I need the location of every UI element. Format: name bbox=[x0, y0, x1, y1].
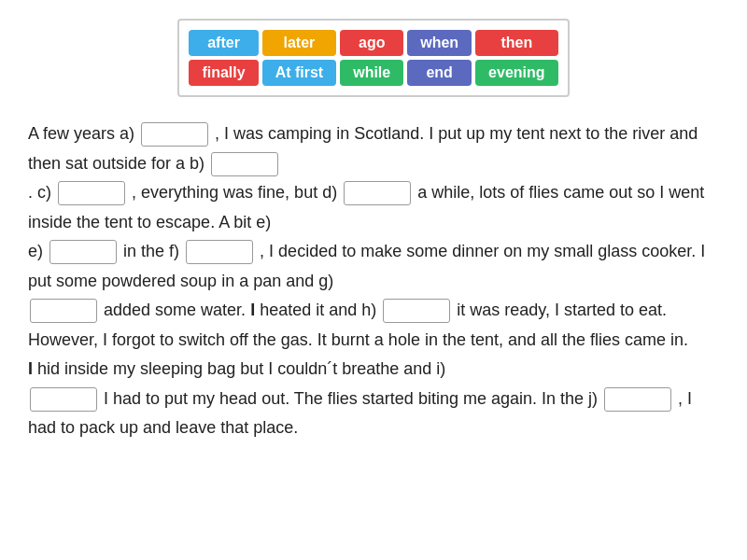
chip-ago[interactable]: ago bbox=[340, 30, 403, 56]
chip-when[interactable]: when bbox=[407, 30, 472, 56]
chip-then[interactable]: then bbox=[475, 30, 557, 56]
chip-evening[interactable]: evening bbox=[475, 60, 557, 86]
chip-later[interactable]: later bbox=[262, 30, 337, 56]
blank-f[interactable] bbox=[186, 240, 253, 264]
word-bank-container: after later ago when then finally At fir… bbox=[28, 19, 719, 97]
text-heated2: heated it and h) bbox=[255, 301, 376, 319]
blank-h[interactable] bbox=[383, 299, 450, 323]
text-g-post: added some water. bbox=[104, 301, 250, 319]
text-i-post: I had to put my head out. The flies star… bbox=[104, 389, 598, 408]
chip-after[interactable]: after bbox=[189, 30, 258, 56]
text-c-post: , everything was fine, but d) bbox=[132, 183, 337, 202]
blank-j[interactable] bbox=[604, 387, 671, 412]
blank-i[interactable] bbox=[30, 387, 97, 412]
blank-a[interactable] bbox=[141, 122, 208, 147]
text-i-pre: hid inside my sleeping bag but I couldn´… bbox=[33, 359, 445, 378]
text-e-post: in the f) bbox=[123, 242, 179, 260]
passage: A few years a) , I was camping in Scotla… bbox=[28, 119, 719, 443]
text-c-pre: . c) bbox=[28, 183, 51, 202]
blank-b[interactable] bbox=[211, 152, 278, 176]
text-e-label: e) bbox=[28, 242, 43, 260]
blank-e[interactable] bbox=[49, 240, 117, 264]
chip-end[interactable]: end bbox=[407, 60, 472, 86]
chip-atfirst[interactable]: At first bbox=[262, 60, 337, 86]
blank-g[interactable] bbox=[30, 299, 97, 323]
text-a-pre: A few years a) bbox=[28, 124, 134, 143]
blank-c[interactable] bbox=[58, 181, 125, 205]
chip-while[interactable]: while bbox=[340, 60, 403, 86]
chip-finally[interactable]: finally bbox=[189, 60, 258, 86]
blank-d[interactable] bbox=[344, 181, 411, 205]
word-bank: after later ago when then finally At fir… bbox=[177, 19, 569, 97]
